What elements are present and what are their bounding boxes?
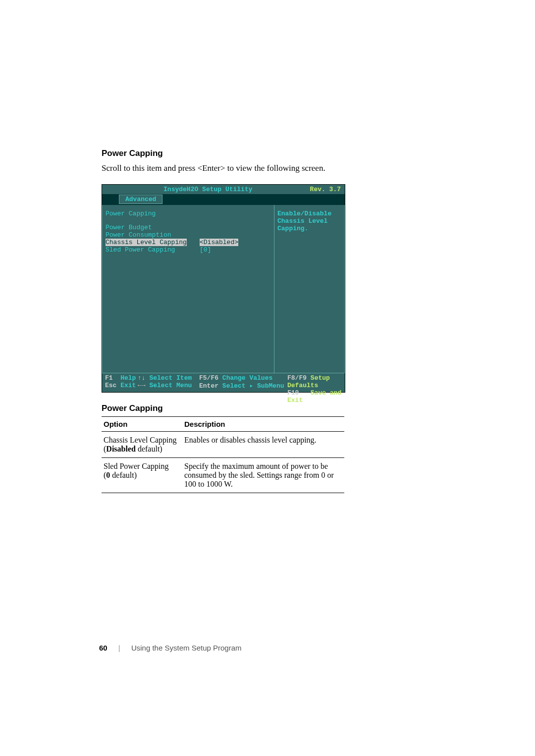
table-header-option: Option — [102, 417, 182, 432]
table-option-cell: Chassis Level Capping(Disabled default) — [102, 432, 182, 458]
section-intro: Scroll to this item and press <Enter> to… — [102, 163, 433, 173]
bios-key-f8f9: F8/F9 — [287, 374, 307, 382]
table-header-description: Description — [182, 417, 344, 432]
bios-item-chassis-level-capping[interactable]: Chassis Level Capping <Disabled> — [106, 239, 271, 246]
bios-help-panel: Enable/Disable Chassis Level Capping. — [274, 205, 345, 373]
bios-item-power-consumption[interactable]: Power Consumption — [106, 231, 271, 239]
table-option-cell: Sled Power Capping(0 default) — [102, 458, 182, 493]
page-content: Power Capping Scroll to this item and pr… — [0, 0, 535, 493]
bios-key-f10: F10 — [287, 389, 299, 397]
bios-item-label: Power Consumption — [106, 231, 200, 239]
bios-key-leftright: ←→ — [138, 382, 146, 389]
bios-item-label: Chassis Level Capping — [106, 239, 187, 246]
bios-title: InsydeH2O Setup Utility — [106, 186, 310, 193]
bios-item-sled-power-capping[interactable]: Sled Power Capping [0] — [106, 246, 271, 253]
page-footer: 60 | Using the System Setup Program — [99, 644, 242, 652]
bios-item-power-budget[interactable]: Power Budget — [106, 224, 271, 231]
table-row: Sled Power Capping(0 default) Specify th… — [102, 458, 344, 493]
bios-screen-title: Power Capping — [106, 210, 271, 217]
bios-footer: F1 Help Esc Exit ↑↓ Select Item ←→ Selec… — [102, 373, 345, 405]
bios-screenshot: InsydeH2O Setup Utility Rev. 3.7 Advance… — [102, 184, 345, 393]
bios-help-text: Enable/Disable Chassis Level Capping. — [277, 210, 341, 232]
options-table: Option Description Chassis Level Capping… — [102, 416, 344, 493]
bios-key-f5f6: F5/F6 — [199, 374, 218, 382]
table-description-cell: Enables or disables chassis level cappin… — [182, 432, 344, 458]
bios-action-select-menu: Select Menu — [149, 382, 192, 389]
table-description-cell: Specify the maximum amount of power to b… — [182, 458, 344, 493]
bios-action-select-item: Select Item — [149, 374, 192, 382]
bios-item-label: Power Budget — [106, 224, 200, 231]
bios-left-panel: Power Capping Power Budget Power Consump… — [102, 205, 274, 373]
bios-revision: Rev. 3.7 — [310, 186, 341, 193]
bios-action-change-values: Change Values — [222, 374, 272, 382]
bios-action-help: Help — [120, 374, 136, 382]
bios-item-value: [0] — [200, 246, 211, 253]
bios-item-value: <Disabled> — [200, 239, 238, 246]
bios-tab-advanced[interactable]: Advanced — [119, 195, 162, 204]
bios-key-enter: Enter — [199, 382, 218, 390]
bios-action-select-submenu: Select ▸ SubMenu — [222, 382, 284, 390]
table-row: Chassis Level Capping(Disabled default) … — [102, 432, 344, 458]
bios-tab-row: Advanced — [102, 194, 345, 205]
section-heading: Power Capping — [102, 149, 433, 158]
table-title: Power Capping — [102, 403, 433, 413]
bios-item-label: Sled Power Capping — [106, 246, 200, 253]
page-number: 60 — [99, 644, 107, 652]
bios-key-esc: Esc — [105, 382, 116, 389]
bios-key-f1: F1 — [105, 374, 113, 382]
footer-separator: | — [118, 644, 120, 652]
bios-titlebar: InsydeH2O Setup Utility Rev. 3.7 — [102, 185, 345, 194]
footer-chapter: Using the System Setup Program — [131, 644, 242, 652]
bios-key-updown: ↑↓ — [138, 374, 146, 382]
bios-action-exit: Exit — [120, 382, 136, 389]
